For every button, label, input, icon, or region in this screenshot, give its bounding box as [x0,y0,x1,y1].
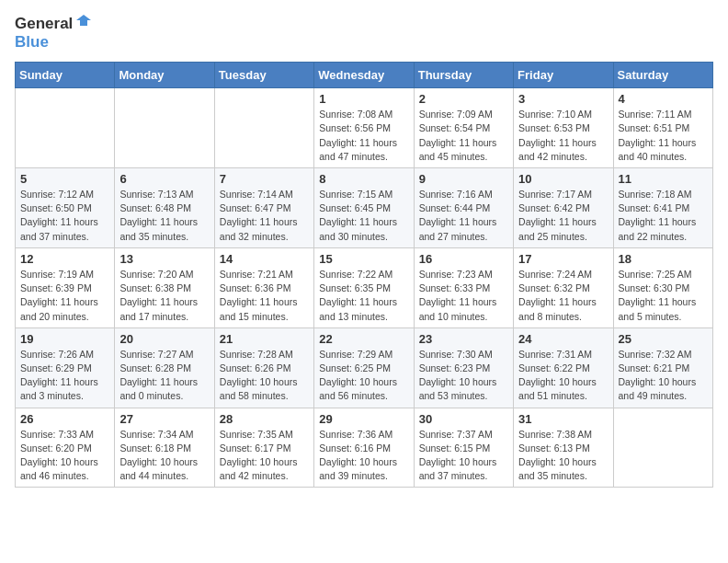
day-number-28: 28 [220,412,309,426]
table-row: 6Sunrise: 7:13 AM Sunset: 6:48 PM Daylig… [115,167,214,247]
day-info-8: Sunrise: 7:15 AM Sunset: 6:45 PM Dayligh… [319,188,408,244]
table-row: 12Sunrise: 7:19 AM Sunset: 6:39 PM Dayli… [16,247,115,327]
table-row: 22Sunrise: 7:29 AM Sunset: 6:25 PM Dayli… [314,327,414,408]
day-number-23: 23 [419,332,508,346]
table-row: 1Sunrise: 7:08 AM Sunset: 6:56 PM Daylig… [314,88,414,168]
header-tuesday: Tuesday [214,63,313,88]
table-row: 23Sunrise: 7:30 AM Sunset: 6:23 PM Dayli… [414,327,513,408]
day-info-29: Sunrise: 7:36 AM Sunset: 6:16 PM Dayligh… [319,428,408,484]
table-row: 30Sunrise: 7:37 AM Sunset: 6:15 PM Dayli… [414,408,513,488]
svg-marker-0 [76,15,91,26]
logo: General Blue [15,15,93,51]
header-saturday: Saturday [613,63,712,88]
day-number-29: 29 [319,412,408,426]
day-number-16: 16 [419,252,508,266]
day-info-22: Sunrise: 7:29 AM Sunset: 6:25 PM Dayligh… [319,348,408,404]
day-info-6: Sunrise: 7:13 AM Sunset: 6:48 PM Dayligh… [119,188,209,244]
table-row: 8Sunrise: 7:15 AM Sunset: 6:45 PM Daylig… [314,167,414,247]
table-row: 7Sunrise: 7:14 AM Sunset: 6:47 PM Daylig… [214,167,313,247]
day-info-31: Sunrise: 7:38 AM Sunset: 6:13 PM Dayligh… [518,428,608,484]
day-info-17: Sunrise: 7:24 AM Sunset: 6:32 PM Dayligh… [518,268,608,324]
day-number-1: 1 [319,92,408,106]
table-row: 25Sunrise: 7:32 AM Sunset: 6:21 PM Dayli… [613,327,712,408]
table-row: 5Sunrise: 7:12 AM Sunset: 6:50 PM Daylig… [16,167,115,247]
day-info-11: Sunrise: 7:18 AM Sunset: 6:41 PM Dayligh… [619,188,708,244]
day-info-20: Sunrise: 7:27 AM Sunset: 6:28 PM Dayligh… [119,348,209,404]
calendar-table: Sunday Monday Tuesday Wednesday Thursday… [15,62,713,488]
day-info-3: Sunrise: 7:10 AM Sunset: 6:53 PM Dayligh… [518,108,608,164]
day-info-7: Sunrise: 7:14 AM Sunset: 6:47 PM Dayligh… [220,188,309,244]
table-row: 4Sunrise: 7:11 AM Sunset: 6:51 PM Daylig… [613,88,712,168]
day-number-17: 17 [518,252,608,266]
day-number-18: 18 [619,252,708,266]
table-row: 10Sunrise: 7:17 AM Sunset: 6:42 PM Dayli… [514,167,613,247]
day-number-26: 26 [20,412,109,426]
logo-general: General [15,15,73,33]
week-row-4: 19Sunrise: 7:26 AM Sunset: 6:29 PM Dayli… [16,327,713,408]
weekday-header-row: Sunday Monday Tuesday Wednesday Thursday… [16,63,713,88]
logo-blue: Blue [15,33,93,52]
day-number-10: 10 [518,172,608,186]
table-row: 14Sunrise: 7:21 AM Sunset: 6:36 PM Dayli… [214,247,313,327]
week-row-3: 12Sunrise: 7:19 AM Sunset: 6:39 PM Dayli… [16,247,713,327]
table-row [115,88,214,168]
table-row: 16Sunrise: 7:23 AM Sunset: 6:33 PM Dayli… [414,247,513,327]
header-thursday: Thursday [414,63,513,88]
table-row: 13Sunrise: 7:20 AM Sunset: 6:38 PM Dayli… [115,247,214,327]
day-info-28: Sunrise: 7:35 AM Sunset: 6:17 PM Dayligh… [220,428,309,484]
day-number-22: 22 [319,332,408,346]
table-row [16,88,115,168]
day-info-24: Sunrise: 7:31 AM Sunset: 6:22 PM Dayligh… [518,348,608,404]
day-number-20: 20 [119,332,209,346]
day-info-14: Sunrise: 7:21 AM Sunset: 6:36 PM Dayligh… [220,268,309,324]
table-row: 24Sunrise: 7:31 AM Sunset: 6:22 PM Dayli… [514,327,613,408]
day-info-2: Sunrise: 7:09 AM Sunset: 6:54 PM Dayligh… [419,108,508,164]
table-row: 20Sunrise: 7:27 AM Sunset: 6:28 PM Dayli… [115,327,214,408]
day-info-13: Sunrise: 7:20 AM Sunset: 6:38 PM Dayligh… [119,268,209,324]
table-row: 11Sunrise: 7:18 AM Sunset: 6:41 PM Dayli… [613,167,712,247]
day-number-21: 21 [220,332,309,346]
header-monday: Monday [115,63,214,88]
table-row: 21Sunrise: 7:28 AM Sunset: 6:26 PM Dayli… [214,327,313,408]
day-info-27: Sunrise: 7:34 AM Sunset: 6:18 PM Dayligh… [119,428,209,484]
table-row: 19Sunrise: 7:26 AM Sunset: 6:29 PM Dayli… [16,327,115,408]
day-number-4: 4 [619,92,708,106]
day-info-5: Sunrise: 7:12 AM Sunset: 6:50 PM Dayligh… [20,188,109,244]
day-number-31: 31 [518,412,608,426]
table-row: 26Sunrise: 7:33 AM Sunset: 6:20 PM Dayli… [16,408,115,488]
day-number-2: 2 [419,92,508,106]
day-number-25: 25 [619,332,708,346]
day-info-21: Sunrise: 7:28 AM Sunset: 6:26 PM Dayligh… [220,348,309,404]
day-number-9: 9 [419,172,508,186]
day-number-12: 12 [20,252,109,266]
table-row [613,408,712,488]
day-number-14: 14 [220,252,309,266]
table-row: 17Sunrise: 7:24 AM Sunset: 6:32 PM Dayli… [514,247,613,327]
header-sunday: Sunday [16,63,115,88]
logo-bird-icon [74,13,93,31]
day-number-15: 15 [319,252,408,266]
table-row: 31Sunrise: 7:38 AM Sunset: 6:13 PM Dayli… [514,408,613,488]
day-info-30: Sunrise: 7:37 AM Sunset: 6:15 PM Dayligh… [419,428,508,484]
day-info-23: Sunrise: 7:30 AM Sunset: 6:23 PM Dayligh… [419,348,508,404]
day-number-27: 27 [119,412,209,426]
day-info-4: Sunrise: 7:11 AM Sunset: 6:51 PM Dayligh… [619,108,708,164]
day-info-16: Sunrise: 7:23 AM Sunset: 6:33 PM Dayligh… [419,268,508,324]
day-info-1: Sunrise: 7:08 AM Sunset: 6:56 PM Dayligh… [319,108,408,164]
day-number-24: 24 [518,332,608,346]
table-row: 15Sunrise: 7:22 AM Sunset: 6:35 PM Dayli… [314,247,414,327]
day-info-12: Sunrise: 7:19 AM Sunset: 6:39 PM Dayligh… [20,268,109,324]
table-row [214,88,313,168]
day-number-5: 5 [20,172,109,186]
day-info-25: Sunrise: 7:32 AM Sunset: 6:21 PM Dayligh… [619,348,708,404]
day-number-3: 3 [518,92,608,106]
table-row: 28Sunrise: 7:35 AM Sunset: 6:17 PM Dayli… [214,408,313,488]
day-number-6: 6 [119,172,209,186]
header-wednesday: Wednesday [314,63,414,88]
day-number-11: 11 [619,172,708,186]
table-row: 27Sunrise: 7:34 AM Sunset: 6:18 PM Dayli… [115,408,214,488]
day-number-7: 7 [220,172,309,186]
day-info-18: Sunrise: 7:25 AM Sunset: 6:30 PM Dayligh… [619,268,708,324]
day-number-8: 8 [319,172,408,186]
day-number-30: 30 [419,412,508,426]
